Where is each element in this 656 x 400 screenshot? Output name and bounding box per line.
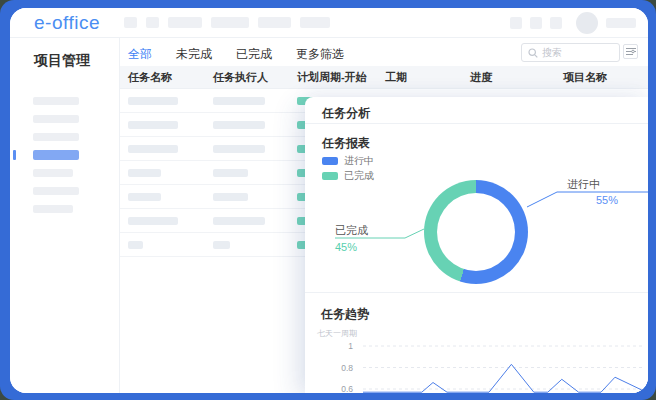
sidebar-title: 项目管理 bbox=[34, 52, 119, 70]
cell-placeholder bbox=[213, 145, 265, 153]
table-cell bbox=[128, 121, 213, 129]
cell-placeholder bbox=[128, 121, 178, 129]
header-icons bbox=[510, 17, 562, 29]
cell-placeholder bbox=[213, 97, 265, 105]
nav-item-placeholder[interactable] bbox=[146, 17, 159, 28]
cell-placeholder bbox=[128, 97, 178, 105]
cell-placeholder bbox=[128, 241, 143, 249]
sidebar-item-placeholder bbox=[33, 115, 79, 123]
trend-title: 任务趋势 bbox=[321, 306, 369, 323]
legend-label: 进行中 bbox=[344, 154, 374, 168]
column-header: 进度 bbox=[470, 70, 563, 85]
sidebar-item-placeholder bbox=[33, 150, 79, 160]
table-cell bbox=[128, 193, 213, 201]
cell-placeholder bbox=[213, 217, 265, 225]
trend-y-axis: 10.80.6 bbox=[305, 337, 359, 393]
divider bbox=[305, 123, 648, 124]
search-input[interactable] bbox=[542, 47, 613, 58]
column-header: 工期 bbox=[385, 70, 470, 85]
table-cell bbox=[128, 217, 213, 225]
sidebar-item-placeholder bbox=[33, 97, 79, 105]
sidebar-item-placeholder bbox=[33, 205, 73, 213]
trend-line-chart bbox=[363, 337, 645, 393]
table-cell bbox=[128, 241, 213, 249]
sidebar-item-placeholder bbox=[33, 133, 79, 141]
sidebar-item-1[interactable] bbox=[10, 92, 119, 110]
table-cell bbox=[128, 145, 213, 153]
top-nav bbox=[124, 17, 330, 28]
table-cell bbox=[213, 97, 297, 105]
sidebar-item-5[interactable] bbox=[10, 164, 119, 182]
header-icon-placeholder[interactable] bbox=[530, 17, 542, 29]
username-placeholder[interactable] bbox=[606, 18, 636, 28]
table-cell bbox=[128, 169, 213, 177]
table-cell bbox=[213, 121, 297, 129]
column-header: 计划周期-开始 bbox=[297, 70, 385, 85]
active-indicator bbox=[13, 150, 16, 160]
sidebar-item-7[interactable] bbox=[10, 200, 119, 218]
nav-item-placeholder[interactable] bbox=[211, 17, 249, 28]
table-cell bbox=[213, 145, 297, 153]
table-cell bbox=[128, 97, 213, 105]
nav-item-placeholder[interactable] bbox=[300, 17, 330, 28]
filter-icon bbox=[626, 47, 636, 56]
cell-placeholder bbox=[213, 121, 265, 129]
donut-value-inprogress: 55% bbox=[596, 194, 618, 206]
column-header: 任务名称 bbox=[128, 70, 213, 85]
sidebar-item-6[interactable] bbox=[10, 182, 119, 200]
legend-swatch bbox=[322, 157, 338, 165]
donut-label-completed: 已完成 bbox=[335, 223, 368, 238]
donut-value-completed: 45% bbox=[335, 241, 357, 253]
y-tick-label: 0.6 bbox=[341, 384, 353, 393]
sidebar: 项目管理 bbox=[10, 38, 120, 393]
header-icon-placeholder[interactable] bbox=[550, 17, 562, 29]
sidebar-item-3[interactable] bbox=[10, 128, 119, 146]
table-cell bbox=[213, 217, 297, 225]
column-header: 任务执行人 bbox=[213, 70, 297, 85]
table-cell bbox=[213, 193, 297, 201]
avatar[interactable] bbox=[576, 12, 598, 34]
donut-chart bbox=[424, 180, 528, 284]
cell-placeholder bbox=[213, 241, 230, 249]
sidebar-item-2[interactable] bbox=[10, 110, 119, 128]
cell-placeholder bbox=[128, 193, 161, 201]
nav-item-placeholder[interactable] bbox=[258, 17, 291, 28]
sidebar-item-placeholder bbox=[33, 187, 79, 195]
column-header: 项目名称 bbox=[563, 70, 640, 85]
sidebar-menu bbox=[10, 92, 119, 218]
legend-item-1[interactable]: 进行中 bbox=[322, 153, 374, 168]
app-header: e-office bbox=[10, 8, 648, 38]
task-analysis-panel: 任务分析 任务报表 进行中已完成 进行中 55% 已完成 45% 任务趋势 七天… bbox=[305, 97, 648, 393]
table-cell bbox=[213, 169, 297, 177]
nav-item-placeholder[interactable] bbox=[168, 17, 202, 28]
table-header: 任务名称任务执行人计划周期-开始工期进度项目名称 bbox=[120, 66, 648, 89]
header-right bbox=[510, 12, 636, 34]
cell-placeholder bbox=[213, 193, 248, 201]
table-cell bbox=[213, 241, 297, 249]
panel-title: 任务分析 bbox=[322, 105, 370, 122]
legend-label: 已完成 bbox=[344, 169, 374, 183]
cell-placeholder bbox=[213, 169, 248, 177]
cell-placeholder bbox=[128, 169, 161, 177]
y-tick-label: 0.8 bbox=[341, 363, 353, 373]
app-frame: e-office 项目管理 全部未完成已完成更多筛选 bbox=[0, 0, 656, 400]
legend-item-2[interactable]: 已完成 bbox=[322, 168, 374, 183]
donut-label-inprogress: 进行中 bbox=[567, 177, 600, 192]
sidebar-item-placeholder bbox=[33, 169, 73, 177]
app-window: e-office 项目管理 全部未完成已完成更多筛选 bbox=[10, 8, 648, 393]
app-logo: e-office bbox=[34, 12, 120, 34]
search-box[interactable] bbox=[521, 43, 620, 62]
report-title: 任务报表 bbox=[322, 135, 370, 152]
divider bbox=[305, 292, 648, 293]
nav-item-placeholder[interactable] bbox=[124, 17, 137, 28]
sidebar-item-4[interactable] bbox=[10, 146, 119, 164]
header-icon-placeholder[interactable] bbox=[510, 17, 522, 29]
legend-swatch bbox=[322, 172, 338, 180]
filter-button[interactable] bbox=[623, 44, 638, 59]
cell-placeholder bbox=[128, 217, 178, 225]
search-icon bbox=[528, 48, 538, 58]
chart-legend: 进行中已完成 bbox=[322, 153, 374, 183]
y-tick-label: 1 bbox=[348, 341, 353, 351]
cell-placeholder bbox=[128, 145, 178, 153]
